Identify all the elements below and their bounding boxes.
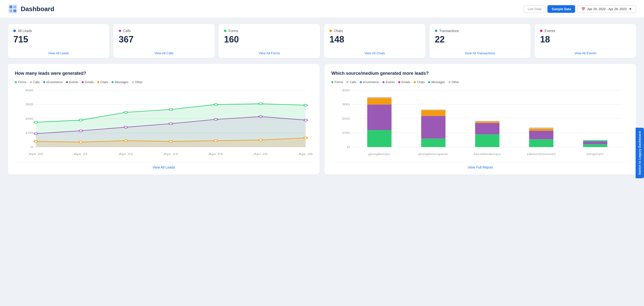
stat-card-header-all-leads: All Leads	[13, 29, 104, 33]
svg-point-25	[169, 109, 172, 111]
stat-link-transactions[interactable]: View All Transactions	[435, 48, 526, 58]
bar-chart-title: Which source/medium generated more leads…	[332, 71, 629, 76]
line-chart-card: How many leads were generated? FormsCall…	[8, 64, 320, 174]
svg-rect-70	[529, 129, 554, 131]
legend-item: Chats	[97, 80, 108, 84]
bar-chart-container: 0100200300400google/cpcgoogle/organicfac…	[332, 88, 629, 157]
legend-dot	[66, 81, 68, 83]
live-data-button[interactable]: Live Data	[524, 5, 546, 13]
svg-text:400: 400	[342, 89, 350, 92]
svg-rect-76	[583, 140, 607, 141]
view-full-report-link[interactable]: View Full Report	[468, 165, 493, 169]
svg-text:400: 400	[25, 89, 33, 92]
legend-item: Messages	[112, 80, 128, 84]
date-range-button[interactable]: 📅 Apr 20, 2022 - Apr 26, 2022 ▼	[577, 5, 636, 13]
legend-item: Calls	[30, 80, 40, 84]
stat-card-header-chats: Chats	[330, 29, 420, 33]
legend-label: Other	[452, 80, 459, 84]
legend-label: Events	[69, 80, 78, 84]
header: Dashboard Live Data Sample Data 📅 Apr 20…	[0, 0, 644, 18]
sample-data-button[interactable]: Sample Data	[548, 5, 575, 13]
legend-dot	[332, 81, 333, 83]
stat-value-all-leads: 715	[13, 34, 104, 45]
svg-text:Apr 21: Apr 21	[74, 153, 88, 155]
svg-point-26	[214, 104, 217, 106]
svg-text:(direct)/(none): (direct)/(none)	[527, 153, 556, 155]
svg-point-33	[214, 118, 217, 120]
legend-label: Forms	[334, 80, 343, 84]
stat-value-events: 18	[540, 34, 631, 45]
svg-rect-66	[475, 121, 499, 122]
stat-dot-calls	[119, 30, 121, 32]
svg-rect-2	[13, 5, 16, 8]
legend-dot	[132, 81, 134, 83]
legend-item: Chats	[414, 80, 425, 84]
svg-point-36	[34, 140, 38, 142]
legend-label: Calls	[33, 80, 40, 84]
legend-label: Other	[135, 80, 142, 84]
legend-label: eCommerce	[363, 80, 379, 84]
stat-card-all-leads: All Leads 715 View All Leads	[8, 24, 110, 58]
stat-label-all-leads: All Leads	[18, 29, 32, 33]
legend-dot	[43, 81, 45, 83]
date-range-label: Apr 20, 2022 - Apr 26, 2022	[587, 7, 627, 11]
svg-text:200: 200	[342, 117, 350, 120]
stat-label-chats: Chats	[334, 29, 343, 33]
view-all-leads-link[interactable]: View All Leads	[152, 165, 175, 169]
svg-text:Apr 26: Apr 26	[298, 153, 312, 155]
legacy-dashboard-button[interactable]: Switch to Legacy Dashboard	[636, 128, 644, 178]
stat-card-header-forms: Forms	[224, 29, 314, 33]
stat-card-calls: Calls 367 View All Calls	[113, 24, 215, 58]
legend-label: Forms	[18, 80, 26, 84]
stat-link-all-leads[interactable]: View All Leads	[13, 48, 104, 58]
legend-item: eCommerce	[43, 80, 62, 84]
svg-rect-60	[421, 110, 446, 116]
svg-rect-75	[583, 141, 607, 142]
svg-text:facebook/cpc: facebook/cpc	[474, 153, 501, 155]
svg-rect-65	[475, 122, 499, 123]
svg-rect-4	[13, 9, 16, 12]
svg-rect-55	[367, 98, 392, 105]
chevron-down-icon: ▼	[629, 7, 632, 11]
svg-point-27	[259, 103, 262, 105]
svg-text:google/organic: google/organic	[418, 153, 449, 155]
svg-text:200: 200	[25, 117, 33, 120]
svg-text:100: 100	[25, 132, 33, 134]
svg-rect-53	[367, 130, 392, 147]
legend-dot	[97, 81, 99, 83]
line-chart-footer: View All Leads	[15, 162, 312, 170]
svg-rect-1	[10, 5, 12, 8]
svg-rect-73	[583, 144, 607, 147]
charts-row: How many leads were generated? FormsCall…	[8, 64, 636, 174]
stat-link-events[interactable]: View All Events	[540, 48, 631, 58]
legacy-dashboard-wrapper: Switch to Legacy Dashboard	[636, 128, 644, 178]
header-left: Dashboard	[8, 4, 54, 14]
legend-item: Calls	[346, 80, 356, 84]
stat-link-forms[interactable]: View All Forms	[224, 48, 314, 58]
svg-point-22	[34, 121, 38, 123]
legend-item: Messages	[428, 80, 445, 84]
stat-value-transactions: 22	[435, 34, 526, 45]
svg-rect-69	[529, 131, 554, 139]
bar-chart-legend: FormsCallseCommerceEventsEmailsChatsMess…	[332, 80, 629, 84]
legend-dot	[346, 81, 348, 83]
legend-dot	[82, 81, 84, 83]
legend-label: Chats	[417, 80, 425, 84]
svg-rect-3	[10, 9, 12, 12]
svg-text:0: 0	[30, 146, 33, 149]
line-chart-title: How many leads were generated?	[15, 71, 312, 76]
bar-chart-svg: 0100200300400google/cpcgoogle/organicfac…	[332, 88, 629, 157]
legend-label: eCommerce	[46, 80, 62, 84]
stat-dot-forms	[224, 30, 226, 32]
svg-text:300: 300	[25, 103, 33, 106]
line-chart-legend: FormsCallseCommerceEventsEmailsChatsMess…	[15, 80, 312, 84]
stat-link-chats[interactable]: View All Chats	[330, 48, 420, 58]
stat-link-calls[interactable]: View All Calls	[119, 48, 210, 58]
header-right: Live Data Sample Data 📅 Apr 20, 2022 - A…	[524, 5, 636, 13]
legend-item: Emails	[82, 80, 94, 84]
legend-dot	[428, 81, 430, 83]
stat-dot-events	[540, 30, 542, 32]
legend-label: Emails	[402, 80, 410, 84]
legend-item: eCommerce	[360, 80, 379, 84]
legend-label: Messages	[115, 80, 128, 84]
